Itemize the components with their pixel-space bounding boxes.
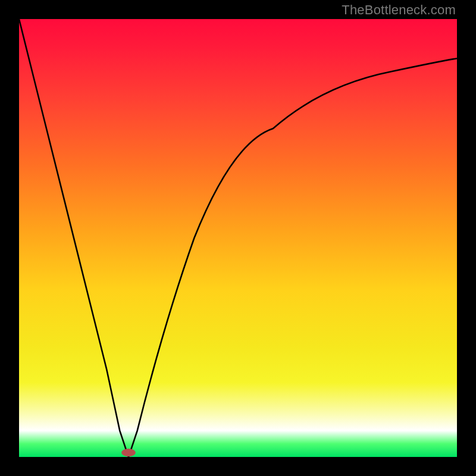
curve-left-branch [19,19,129,457]
curve-right-branch [129,58,457,457]
curve-layer [19,19,457,457]
chart-frame: TheBottleneck.com [0,0,476,476]
watermark-text: TheBottleneck.com [342,2,456,18]
minimum-marker [121,449,136,456]
plot-area [19,19,457,457]
